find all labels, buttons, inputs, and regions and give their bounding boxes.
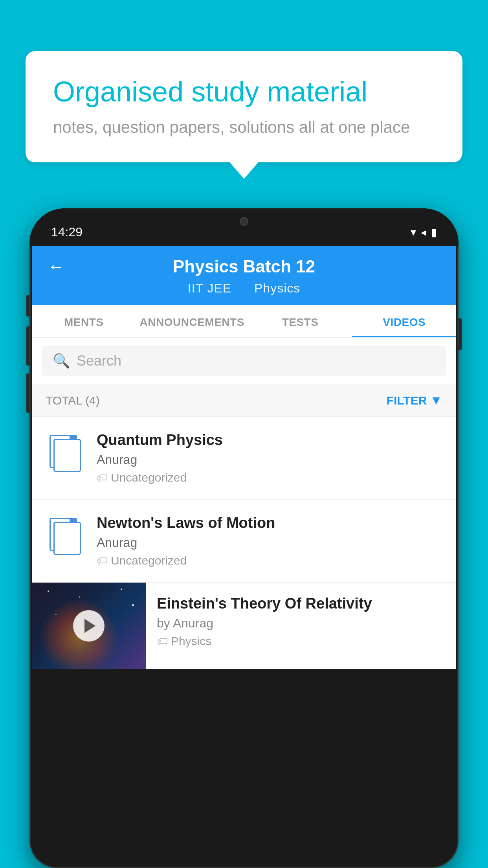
back-button[interactable]: ← xyxy=(48,257,65,276)
einstein-thumbnail xyxy=(32,583,146,669)
phone-container: 14:29 ▾ ◂ ▮ ← Physics Batch 12 IIT JEE xyxy=(29,208,459,868)
play-button[interactable] xyxy=(73,610,105,642)
video-doc-icon xyxy=(46,515,85,558)
speech-bubble-subtitle: notes, question papers, solutions all at… xyxy=(53,118,435,137)
volume-up-button xyxy=(26,326,29,366)
list-item[interactable]: Einstein's Theory Of Relativity by Anura… xyxy=(32,583,456,669)
video-doc-icon xyxy=(46,432,85,475)
video-item-info: Newton's Laws of Motion Anurag 🏷 Uncateg… xyxy=(97,515,442,567)
status-icons: ▾ ◂ ▮ xyxy=(411,226,437,239)
video-title: Einstein's Theory Of Relativity xyxy=(157,595,445,612)
list-item[interactable]: Newton's Laws of Motion Anurag 🏷 Uncateg… xyxy=(32,500,456,583)
video-list: Quantum Physics Anurag 🏷 Uncategorized xyxy=(32,417,456,669)
document-icon xyxy=(50,518,81,555)
phone-notch xyxy=(209,208,279,234)
search-bar[interactable]: 🔍 Search xyxy=(42,346,446,376)
tab-videos[interactable]: VIDEOS xyxy=(352,305,456,337)
search-placeholder[interactable]: Search xyxy=(77,353,121,369)
header-subtitle: IIT JEE Physics xyxy=(183,281,305,296)
document-icon xyxy=(50,435,81,472)
speech-bubble-title: Organised study material xyxy=(53,75,435,108)
speech-bubble-container: Organised study material notes, question… xyxy=(26,51,462,162)
video-tag: 🏷 Physics xyxy=(157,634,445,648)
video-tag: 🏷 Uncategorized xyxy=(97,471,442,484)
wifi-icon: ▾ xyxy=(411,226,416,239)
tabs-bar: MENTS ANNOUNCEMENTS TESTS VIDEOS xyxy=(32,305,456,338)
video-title: Newton's Laws of Motion xyxy=(97,515,442,531)
power-button xyxy=(459,318,462,350)
tag-icon: 🏷 xyxy=(97,554,108,567)
phone-frame: 14:29 ▾ ◂ ▮ ← Physics Batch 12 IIT JEE xyxy=(29,208,459,868)
tag-label: Physics xyxy=(171,634,211,648)
status-bar: 14:29 ▾ ◂ ▮ xyxy=(29,208,459,246)
tag-icon: 🏷 xyxy=(157,635,168,648)
tag-icon: 🏷 xyxy=(97,471,108,484)
doc-main xyxy=(53,522,81,555)
header-title: Physics Batch 12 xyxy=(173,257,315,276)
video-author: Anurag xyxy=(97,452,442,467)
total-count: TOTAL (4) xyxy=(46,394,100,407)
video-author: by Anurag xyxy=(157,616,445,631)
filter-button[interactable]: FILTER ▼ xyxy=(387,393,442,408)
volume-silent-button xyxy=(26,295,29,316)
video-title: Quantum Physics xyxy=(97,432,442,449)
tab-announcements[interactable]: ANNOUNCEMENTS xyxy=(136,305,248,337)
video-author: Anurag xyxy=(97,535,442,550)
tag-label: Uncategorized xyxy=(111,554,187,567)
tab-ments[interactable]: MENTS xyxy=(32,305,136,337)
filter-funnel-icon: ▼ xyxy=(430,393,442,408)
phone-screen: ← Physics Batch 12 IIT JEE Physics MENTS… xyxy=(32,246,456,669)
video-tag: 🏷 Uncategorized xyxy=(97,554,442,567)
filter-row: TOTAL (4) FILTER ▼ xyxy=(32,384,456,417)
search-icon: 🔍 xyxy=(53,353,70,369)
filter-label: FILTER xyxy=(387,394,427,407)
doc-main xyxy=(53,439,81,472)
signal-icon: ◂ xyxy=(421,226,426,239)
header-subtitle-left: IIT JEE xyxy=(188,281,231,295)
play-triangle-icon xyxy=(84,619,95,633)
battery-icon: ▮ xyxy=(431,226,437,239)
status-time: 14:29 xyxy=(51,225,83,239)
header-subtitle-right: Physics xyxy=(254,281,300,295)
list-item[interactable]: Quantum Physics Anurag 🏷 Uncategorized xyxy=(32,417,456,500)
tag-label: Uncategorized xyxy=(111,471,187,484)
volume-down-button xyxy=(26,373,29,413)
speech-bubble: Organised study material notes, question… xyxy=(26,51,462,162)
tab-tests[interactable]: TESTS xyxy=(248,305,352,337)
header-top-row: ← Physics Batch 12 xyxy=(48,257,440,276)
video-item-info: Quantum Physics Anurag 🏷 Uncategorized xyxy=(97,432,442,484)
video-item-info: Einstein's Theory Of Relativity by Anura… xyxy=(146,583,456,659)
app-header: ← Physics Batch 12 IIT JEE Physics xyxy=(32,246,456,305)
search-bar-container: 🔍 Search xyxy=(32,338,456,384)
front-camera xyxy=(240,217,248,226)
